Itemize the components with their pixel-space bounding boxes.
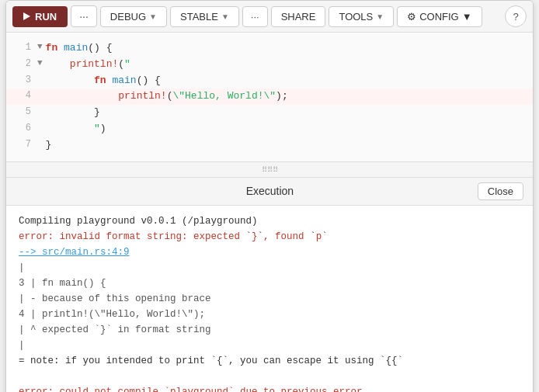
code-line-1: 1 ▼ fn main() { [6, 40, 533, 57]
run-button[interactable]: RUN [12, 6, 68, 27]
code-text-6: ") [46, 121, 106, 137]
run-more-button[interactable]: ··· [71, 5, 97, 27]
play-icon [23, 12, 30, 20]
close-button[interactable]: Close [478, 182, 523, 200]
help-button[interactable]: ? [505, 5, 527, 27]
line-number-7: 7 [12, 137, 31, 152]
execution-header: Execution Close [6, 178, 533, 206]
debug-chevron-icon: ▼ [149, 12, 157, 21]
fold-arrow-1[interactable]: ▼ [37, 40, 43, 54]
tools-chevron-icon: ▼ [376, 12, 384, 21]
code-line-2: 2 ▼ println!(" [6, 57, 533, 73]
config-label: CONFIG [419, 11, 459, 23]
tools-label: TOOLS [339, 11, 373, 23]
fold-arrow-2[interactable]: ▼ [37, 57, 43, 71]
share-button[interactable]: SHARE [271, 6, 326, 27]
line-number-1: 1 [12, 40, 31, 55]
code-text-4: println!(\"Hello, World!\"); [46, 88, 288, 105]
toolbar: RUN ··· DEBUG ▼ STABLE ▼ ··· SHARE TOOLS… [6, 1, 533, 33]
debug-label: DEBUG [110, 11, 146, 23]
code-line-4: 4 println!(\"Hello, World!\"); [6, 88, 533, 105]
line-number-2: 2 [12, 57, 31, 71]
ellipsis-label: ··· [251, 11, 259, 23]
debug-button[interactable]: DEBUG ▼ [100, 6, 167, 27]
code-line-3: 3 fn main() { [6, 73, 533, 89]
output-line-9: | [19, 338, 520, 353]
execution-panel: Execution Close Compiling playground v0.… [6, 178, 533, 392]
fold-arrow-4 [37, 88, 43, 102]
drag-handle[interactable]: ⠿⠿⠿ [6, 162, 533, 178]
output-spacer [19, 369, 520, 384]
fold-arrow-3 [37, 73, 43, 87]
line-number-4: 4 [12, 88, 31, 103]
code-line-6: 6 ") [6, 121, 533, 137]
execution-title: Execution [62, 185, 478, 197]
dots-label: ··· [79, 10, 89, 23]
fold-arrow-6 [37, 121, 43, 135]
code-text-1: fn main() { [46, 40, 113, 57]
code-text-3: fn main() { [46, 73, 161, 89]
code-text-2: println!(" [46, 57, 130, 73]
tools-button[interactable]: TOOLS ▼ [329, 6, 394, 27]
stable-label: STABLE [180, 11, 218, 23]
stable-button[interactable]: STABLE ▼ [170, 6, 239, 27]
config-button[interactable]: ⚙ CONFIG ▼ [397, 6, 482, 27]
fold-arrow-5 [37, 105, 43, 119]
main-container: RUN ··· DEBUG ▼ STABLE ▼ ··· SHARE TOOLS… [5, 0, 534, 392]
line-number-5: 5 [12, 105, 31, 120]
output-line-6: | - because of this opening brace [19, 291, 520, 307]
code-line-7: 7 } [6, 137, 533, 154]
run-label: RUN [35, 11, 57, 23]
output-line-1: Compiling playground v0.0.1 (/playground… [19, 213, 520, 229]
output-line-12: error: could not compile `playground` du… [19, 384, 520, 392]
help-label: ? [513, 11, 518, 23]
drag-handle-icon: ⠿⠿⠿ [262, 165, 278, 174]
share-label: SHARE [281, 11, 316, 23]
output-line-4: | [19, 260, 520, 276]
fold-arrow-7 [37, 137, 43, 151]
line-number-6: 6 [12, 121, 31, 136]
output-line-2: error: invalid format string: expected `… [19, 229, 520, 245]
code-text-5: } [46, 105, 100, 121]
output-line-3[interactable]: --> src/main.rs:4:9 [19, 245, 520, 260]
gear-icon: ⚙ [407, 11, 416, 23]
output-line-7: 4 | println!(\"Hello, World!\"); [19, 307, 520, 322]
config-chevron-icon: ▼ [462, 11, 472, 23]
code-text-7: } [46, 137, 52, 154]
extra-options-button[interactable]: ··· [242, 6, 268, 27]
code-editor[interactable]: 1 ▼ fn main() { 2 ▼ println!(" 3 fn main… [6, 33, 533, 162]
code-line-5: 5 } [6, 105, 533, 121]
output-line-5: 3 | fn main() { [19, 276, 520, 291]
execution-output: Compiling playground v0.0.1 (/playground… [6, 206, 533, 392]
output-line-10: = note: if you intended to print `{`, yo… [19, 353, 520, 369]
line-number-3: 3 [12, 73, 31, 88]
output-line-8: | ^ expected `}` in format string [19, 322, 520, 338]
stable-chevron-icon: ▼ [221, 12, 229, 21]
